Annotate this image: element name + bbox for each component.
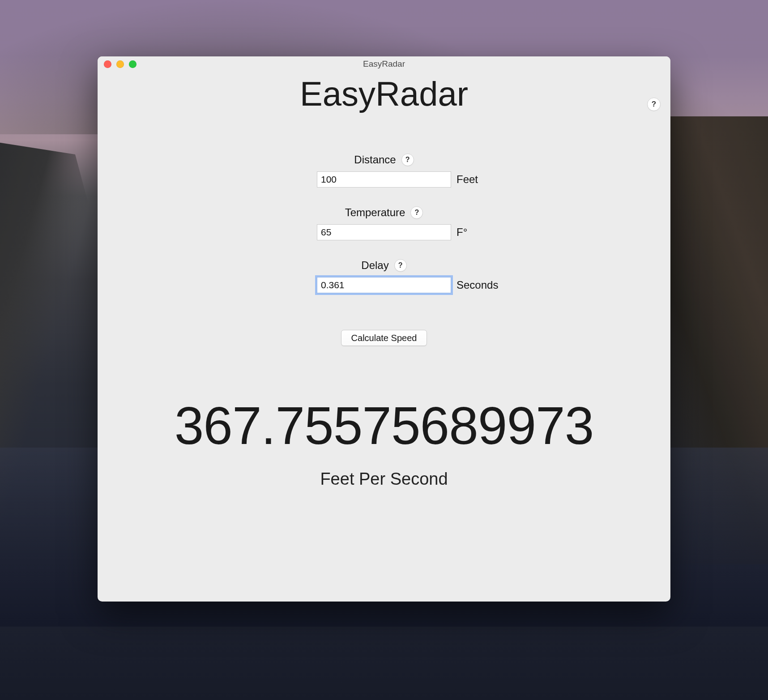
temperature-field: Temperature ? . F° [111, 206, 657, 240]
calculate-speed-button[interactable]: Calculate Speed [341, 330, 427, 346]
delay-field: Delay ? . Seconds [111, 259, 657, 293]
distance-input[interactable] [317, 171, 451, 188]
temperature-help-button[interactable]: ? [410, 206, 423, 219]
delay-unit: Seconds [457, 279, 506, 291]
window-controls [104, 56, 137, 72]
distance-unit: Feet [457, 173, 506, 186]
app-heading: EasyRadar [111, 74, 657, 113]
temperature-input[interactable] [317, 224, 451, 240]
delay-help-button[interactable]: ? [394, 259, 407, 272]
question-mark-icon: ? [414, 209, 419, 217]
question-mark-icon: ? [405, 156, 410, 164]
zoom-window-button[interactable] [129, 60, 137, 68]
temperature-label: Temperature [345, 206, 405, 219]
app-window: EasyRadar ? EasyRadar Distance ? . Feet [98, 56, 670, 602]
temperature-unit: F° [457, 226, 506, 239]
delay-label: Delay [361, 259, 388, 272]
distance-field: Distance ? . Feet [111, 154, 657, 188]
help-button[interactable]: ? [647, 98, 661, 111]
distance-label: Distance [354, 154, 396, 166]
delay-input[interactable] [317, 277, 451, 293]
result-unit: Feet Per Second [111, 470, 657, 489]
distance-help-button[interactable]: ? [401, 154, 414, 166]
titlebar[interactable]: EasyRadar [98, 56, 670, 72]
question-mark-icon: ? [398, 261, 403, 269]
window-title: EasyRadar [363, 59, 405, 69]
close-window-button[interactable] [104, 60, 111, 68]
question-mark-icon: ? [652, 100, 656, 109]
minimize-window-button[interactable] [116, 60, 124, 68]
result-value: 367.75575689973 [111, 395, 657, 456]
